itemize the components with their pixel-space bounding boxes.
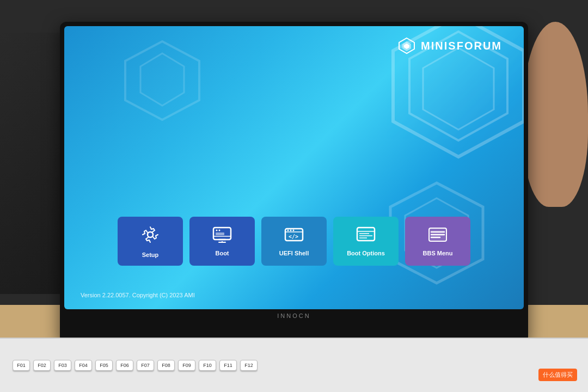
key-f05[interactable]: F05 [95, 360, 113, 371]
boot-options-icon [356, 226, 376, 246]
minisforum-logo-icon [398, 37, 415, 54]
logo-area: MINISFORUM [398, 37, 502, 54]
uefi-icon: </> [284, 226, 304, 246]
key-f06[interactable]: F06 [116, 360, 133, 371]
svg-rect-15 [216, 232, 224, 235]
uefi-label: UEFI Shell [279, 250, 309, 256]
bbs-menu-button[interactable]: BBS Menu [405, 217, 470, 266]
key-f02[interactable]: F02 [33, 360, 51, 371]
svg-point-23 [293, 229, 295, 231]
teddy-bear [523, 22, 588, 207]
svg-point-21 [287, 229, 289, 231]
svg-point-13 [216, 229, 218, 231]
svg-point-14 [219, 229, 220, 231]
setup-label: Setup [142, 252, 159, 258]
boot-label: Boot [215, 250, 229, 256]
svg-text:</>: </> [289, 234, 298, 240]
boot-button[interactable]: Boot [189, 217, 255, 266]
svg-point-22 [290, 229, 292, 231]
key-f09[interactable]: F09 [178, 360, 195, 371]
hex-decoration-top-left [119, 37, 206, 124]
monitor-screen: MINISFORUM Setup [64, 26, 524, 309]
keyboard: F01 F02 F03 F04 F05 F06 F07 F08 F09 F10 … [0, 338, 588, 392]
key-f11[interactable]: F11 [219, 360, 237, 371]
bbs-label: BBS Menu [423, 250, 453, 256]
key-f03[interactable]: F03 [54, 360, 71, 371]
bbs-icon [428, 226, 448, 246]
setup-button[interactable]: Setup [118, 217, 183, 266]
key-f07[interactable]: F07 [137, 360, 154, 371]
key-f10[interactable]: F10 [199, 360, 216, 371]
boot-options-button[interactable]: Boot Options [333, 217, 399, 266]
key-f01[interactable]: F01 [13, 360, 30, 371]
key-f12[interactable]: F12 [240, 360, 258, 371]
uefi-shell-button[interactable]: </> UEFI Shell [261, 217, 327, 266]
menu-row: Setup [118, 217, 470, 266]
watermark: 什么值得买 [538, 369, 577, 381]
monitor-outer: MINISFORUM Setup [60, 22, 528, 343]
version-text: Version 2.22.0057. Copyright (C) 2023 AM… [81, 292, 195, 298]
boot-icon [212, 226, 232, 246]
left-device [0, 33, 65, 294]
brand-label: MINISFORUM [421, 40, 502, 52]
svg-rect-25 [357, 228, 375, 241]
monitor-brand-label: innocn [64, 313, 524, 319]
scene: MINISFORUM Setup [0, 0, 588, 392]
key-f04[interactable]: F04 [75, 360, 92, 371]
boot-options-label: Boot Options [347, 250, 385, 256]
setup-icon [140, 225, 160, 247]
svg-point-10 [148, 232, 153, 237]
key-f08[interactable]: F08 [157, 360, 175, 371]
